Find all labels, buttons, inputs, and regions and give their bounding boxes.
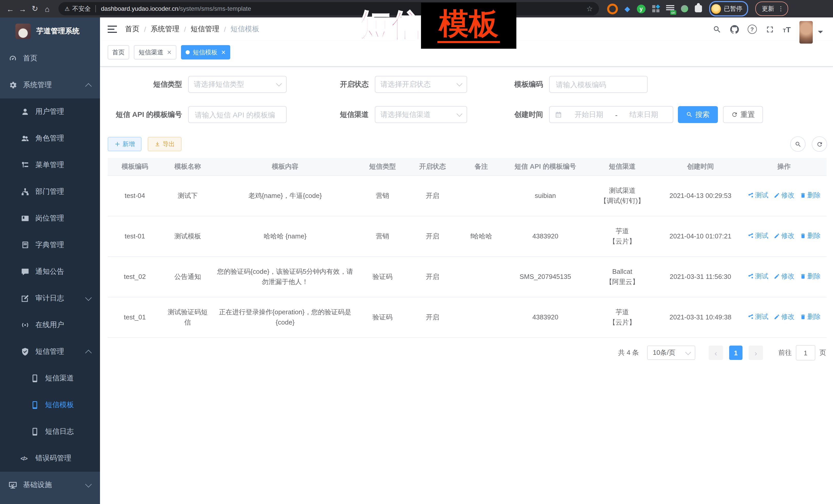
sidebar-item-menus[interactable]: 菜单管理 bbox=[0, 152, 100, 178]
tab-sms-channel[interactable]: 短信渠道 ✕ bbox=[134, 45, 176, 59]
browser-menu-icon[interactable]: ⋮ bbox=[778, 5, 784, 12]
sidebar-item-system[interactable]: 系统管理 bbox=[0, 72, 100, 98]
sidebar-item-sms-channel[interactable]: 短信渠道 bbox=[0, 365, 100, 392]
dashboard-icon bbox=[8, 54, 18, 63]
extension-y-icon[interactable]: y bbox=[637, 4, 646, 13]
date-start[interactable]: 开始日期 bbox=[565, 110, 613, 119]
profile-chip[interactable]: 已暂停 bbox=[709, 1, 748, 17]
template-code-input[interactable] bbox=[555, 80, 642, 89]
user-avatar[interactable] bbox=[800, 21, 813, 44]
breadcrumb-system[interactable]: 系统管理 bbox=[151, 25, 180, 34]
test-link[interactable]: 测试 bbox=[747, 312, 768, 322]
page-1-button[interactable]: 1 bbox=[729, 345, 742, 360]
breadcrumb-sms[interactable]: 短信管理 bbox=[191, 25, 219, 34]
warning-icon: ⚠ bbox=[65, 5, 70, 12]
reload-icon[interactable]: ↻ bbox=[29, 3, 41, 15]
sidebar-item-home[interactable]: 首页 bbox=[0, 45, 100, 72]
goto-page-input[interactable] bbox=[796, 345, 815, 360]
font-size-icon[interactable]: TT bbox=[783, 25, 791, 33]
extension-list-icon[interactable]: on bbox=[666, 5, 674, 12]
sidebar-item-sms-template[interactable]: 短信模板 bbox=[0, 392, 100, 418]
add-button[interactable]: 新增 bbox=[108, 137, 142, 151]
fullscreen-icon[interactable] bbox=[765, 25, 774, 33]
active-dot bbox=[186, 50, 190, 54]
delete-link[interactable]: 删除 bbox=[800, 190, 821, 200]
col-code: 模板编码 bbox=[108, 158, 162, 175]
bookmark-star-icon[interactable]: ☆ bbox=[586, 5, 593, 13]
phone-icon bbox=[30, 374, 40, 383]
delete-link[interactable]: 删除 bbox=[800, 231, 821, 241]
test-link[interactable]: 测试 bbox=[747, 231, 768, 241]
status-select[interactable]: 请选择开启状态 bbox=[375, 76, 467, 93]
sidebar-item-users[interactable]: 用户管理 bbox=[0, 98, 100, 125]
test-link[interactable]: 测试 bbox=[747, 190, 768, 200]
extensions-puzzle-icon[interactable] bbox=[695, 5, 702, 12]
sidebar-item-posts[interactable]: 岗位管理 bbox=[0, 205, 100, 232]
app-title: 芋道管理系统 bbox=[37, 27, 79, 36]
col-remark: 备注 bbox=[457, 158, 506, 175]
update-button[interactable]: 更新 ⋮ bbox=[755, 2, 788, 16]
edit-link[interactable]: 修改 bbox=[774, 271, 794, 282]
users-icon bbox=[21, 134, 30, 143]
sidebar-item-notice[interactable]: 通知公告 bbox=[0, 258, 100, 285]
table-row: test-04 测试下 老鸡{name}，牛逼{code} 营销 开启 suib… bbox=[108, 175, 827, 216]
search-button[interactable]: 搜索 bbox=[678, 106, 718, 123]
sidebar-item-audit-log[interactable]: 审计日志 bbox=[0, 285, 100, 312]
chevron-down-icon bbox=[85, 294, 92, 301]
delete-link[interactable]: 删除 bbox=[800, 312, 821, 322]
search-icon[interactable] bbox=[713, 25, 721, 33]
sms-type-select[interactable]: 请选择短信类型 bbox=[188, 76, 287, 93]
date-range-picker[interactable]: 开始日期 - 结束日期 bbox=[549, 106, 673, 123]
extension-pin-icon[interactable]: ◆ bbox=[624, 5, 630, 12]
sidebar-item-depts[interactable]: 部门管理 bbox=[0, 178, 100, 205]
sidebar-item-dict[interactable]: 字典管理 bbox=[0, 232, 100, 258]
back-icon[interactable]: ← bbox=[4, 3, 17, 15]
breadcrumb-home[interactable]: 首页 bbox=[125, 25, 140, 34]
template-code-field[interactable] bbox=[549, 76, 648, 93]
extension-grid-icon[interactable] bbox=[652, 5, 660, 12]
edit-link[interactable]: 修改 bbox=[774, 312, 794, 322]
edit-link[interactable]: 修改 bbox=[774, 190, 794, 200]
export-button[interactable]: 导出 bbox=[148, 137, 182, 151]
help-icon[interactable]: ? bbox=[747, 25, 757, 34]
edit-link[interactable]: 修改 bbox=[774, 231, 794, 241]
github-icon[interactable] bbox=[730, 25, 739, 33]
table-row: test-01 测试模板 哈哈哈 {name} 营销 开启 f哈哈哈 43839… bbox=[108, 216, 827, 257]
sidebar-item-sms-log[interactable]: 短信日志 bbox=[0, 418, 100, 445]
close-icon[interactable]: ✕ bbox=[221, 49, 225, 56]
screen: ← → ↻ ⌂ ⚠ 不安全 dashboard.yudao.iocoder.cn… bbox=[0, 0, 833, 504]
home-icon[interactable]: ⌂ bbox=[41, 3, 53, 15]
api-template-id-field[interactable] bbox=[188, 106, 287, 123]
status-label: 开启状态 bbox=[307, 80, 375, 89]
collapse-menu-icon[interactable] bbox=[108, 26, 117, 33]
channel-select[interactable]: 请选择短信渠道 bbox=[375, 106, 467, 123]
chevron-down-icon bbox=[685, 349, 691, 355]
sidebar-item-roles[interactable]: 角色管理 bbox=[0, 125, 100, 152]
sidebar-item-error-code[interactable]: </> 错误码管理 bbox=[0, 445, 100, 472]
forward-icon[interactable]: → bbox=[17, 3, 29, 15]
refresh-button[interactable] bbox=[812, 136, 827, 152]
delete-link[interactable]: 删除 bbox=[800, 271, 821, 282]
logo-row[interactable]: 芋道管理系统 bbox=[0, 18, 100, 45]
shield-check-icon bbox=[21, 347, 30, 356]
tab-sms-template[interactable]: 短信模板 ✕ bbox=[181, 45, 230, 59]
reset-button[interactable]: 重置 bbox=[723, 106, 763, 123]
extension-orange-icon[interactable] bbox=[607, 3, 618, 14]
tab-home[interactable]: 首页 bbox=[108, 45, 129, 59]
page-size-select[interactable]: 10条/页 bbox=[647, 345, 695, 360]
prev-page-button[interactable]: ‹ bbox=[709, 345, 723, 360]
date-end[interactable]: 结束日期 bbox=[620, 110, 668, 119]
close-icon[interactable]: ✕ bbox=[167, 49, 171, 56]
test-link[interactable]: 测试 bbox=[747, 271, 768, 282]
api-template-id-input[interactable] bbox=[194, 110, 281, 119]
org-chart-icon bbox=[21, 187, 30, 196]
address-bar[interactable]: ⚠ 不安全 dashboard.yudao.iocoder.cn /system… bbox=[58, 2, 599, 16]
next-page-button[interactable]: › bbox=[748, 345, 763, 360]
sidebar-item-infrastructure[interactable]: 基础设施 bbox=[0, 472, 100, 498]
sidebar-item-sms[interactable]: 短信管理 bbox=[0, 338, 100, 365]
show-search-button[interactable] bbox=[790, 136, 806, 152]
sidebar-item-online-users[interactable]: 在线用户 bbox=[0, 312, 100, 338]
caret-down-icon[interactable] bbox=[818, 31, 823, 36]
extension-grab-icon[interactable] bbox=[681, 5, 688, 12]
edit-log-icon bbox=[21, 294, 30, 303]
